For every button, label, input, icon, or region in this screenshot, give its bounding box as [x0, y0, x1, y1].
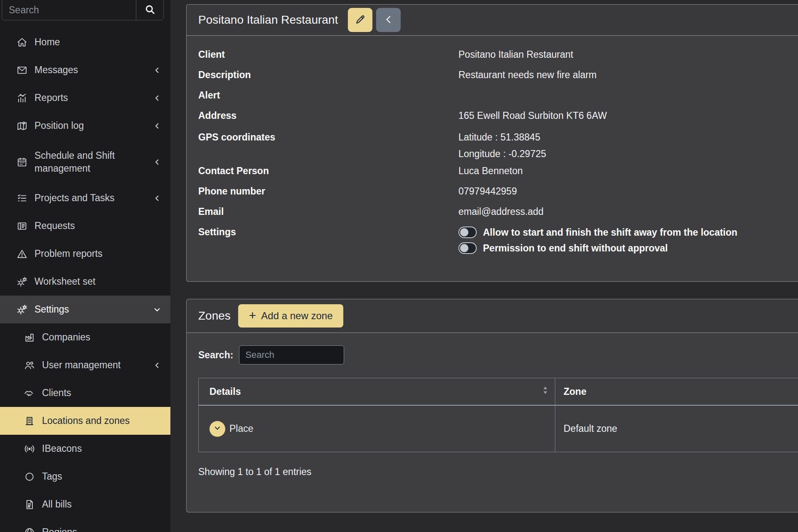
sidebar-item-schedule-shift-management[interactable]: Schedule and Shift management: [0, 140, 170, 184]
field-value: email@address.add: [458, 206, 798, 217]
field-row-phone: Phone number 07979442959: [198, 181, 798, 202]
zones-table-header: Details Zone: [199, 378, 798, 406]
checklist-icon: [16, 192, 28, 204]
building-icon: [23, 415, 36, 427]
sidebar-item-requests[interactable]: Requests: [0, 212, 170, 240]
sidebar: Home Messages Reports Position log: [0, 0, 170, 532]
toggle-end-shift-without-approval[interactable]: [458, 242, 477, 254]
sidebar-item-messages[interactable]: Messages: [0, 56, 170, 84]
main-content: Positano Italian Restaurant Client Posit…: [170, 0, 798, 532]
expand-row-button[interactable]: [209, 421, 225, 437]
sidebar-item-label: Home: [34, 36, 161, 48]
bill-icon: [23, 498, 36, 511]
warning-icon: [16, 248, 28, 260]
back-button[interactable]: [376, 8, 401, 32]
field-row-address: Address 165 Ewell Road Surbiton KT6 6AW: [198, 106, 798, 126]
field-row-contact-person: Contact Person Luca Benneton: [198, 164, 798, 181]
chevron-left-icon: [153, 66, 161, 74]
sidebar-item-clients[interactable]: Clients: [0, 379, 170, 407]
column-header-label: Details: [209, 386, 241, 397]
field-label: Settings: [198, 227, 458, 258]
field-value: [458, 90, 798, 101]
field-row-gps: GPS coordinates Latitude : 51.38845 Long…: [198, 126, 798, 164]
newspaper-icon: [16, 220, 28, 232]
sidebar-item-settings[interactable]: Settings: [0, 296, 170, 323]
toggle-label: Allow to start and finish the shift away…: [483, 227, 737, 238]
sidebar-search: [2, 0, 164, 20]
field-value: Restaurant needs new fire alarm: [458, 69, 798, 81]
sidebar-item-user-management[interactable]: User management: [0, 351, 170, 379]
sidebar-item-label: Tags: [42, 470, 161, 483]
column-header-label: Zone: [564, 386, 586, 397]
sidebar-item-label: Companies: [42, 331, 161, 343]
chevron-down-icon: [153, 306, 161, 313]
zones-search-input[interactable]: [239, 345, 344, 365]
sidebar-item-tags[interactable]: Tags: [0, 463, 170, 490]
table-row: Place Default zone: [199, 406, 798, 452]
toggle-label: Permission to end shift without approval: [483, 243, 668, 254]
field-row-description: Description Restaurant needs new fire al…: [198, 65, 798, 85]
sidebar-item-home[interactable]: Home: [0, 28, 170, 56]
sidebar-item-label: Problem reports: [34, 247, 161, 260]
sidebar-item-label: Messages: [34, 64, 147, 76]
location-detail-header: Positano Italian Restaurant: [187, 5, 798, 36]
details-cell: Place: [199, 406, 555, 452]
field-row-email: Email email@address.add: [198, 202, 798, 222]
sidebar-item-companies[interactable]: Companies: [0, 323, 170, 351]
sidebar-item-label: Regions: [42, 526, 161, 532]
sidebar-item-label: Reports: [34, 91, 147, 104]
circle-icon: [23, 470, 36, 483]
sidebar-search-input[interactable]: [2, 0, 136, 20]
sidebar-item-reports[interactable]: Reports: [0, 84, 170, 112]
sidebar-item-worksheet-set[interactable]: Worksheet set: [0, 268, 170, 296]
chevron-left-icon: [153, 94, 161, 102]
chart-icon: [16, 92, 28, 104]
edit-button[interactable]: [348, 8, 372, 32]
field-row-settings: Settings Allow to start and finish the s…: [198, 222, 798, 263]
add-zone-button[interactable]: + Add a new zone: [238, 304, 344, 328]
zones-table: Details Zone: [198, 378, 798, 452]
chevron-left-icon: [153, 158, 161, 166]
sidebar-item-label: Settings: [34, 303, 147, 315]
sidebar-search-button[interactable]: [136, 0, 163, 20]
gears-icon: [16, 276, 28, 288]
pencil-icon: [354, 13, 367, 27]
plus-icon: +: [249, 309, 256, 322]
sidebar-item-all-bills[interactable]: All bills: [0, 490, 170, 518]
add-zone-button-label: Add a new zone: [261, 310, 332, 322]
sort-icon: [542, 386, 549, 397]
settings-toggles: Allow to start and finish the shift away…: [458, 227, 798, 258]
chevron-left-icon: [383, 14, 394, 26]
table-entries-info: Showing 1 to 1 of 1 entries: [198, 466, 798, 478]
sidebar-item-locations-and-zones[interactable]: Locations and zones: [0, 407, 170, 435]
sidebar-item-label: Position log: [34, 119, 147, 132]
gps-latitude: Latitude : 51.38845: [458, 129, 798, 145]
toggle-row-away-from-location: Allow to start and finish the shift away…: [458, 227, 798, 238]
zones-search-row: Search:: [198, 345, 798, 365]
field-value: Positano Italian Restaurant: [458, 49, 798, 60]
toggle-knob: [460, 228, 468, 236]
field-label: Contact Person: [198, 165, 458, 177]
map-icon: [16, 120, 28, 132]
zones-title: Zones: [198, 309, 231, 323]
search-icon: [144, 4, 156, 17]
sidebar-item-label: Locations and zones: [42, 414, 161, 427]
field-label: Address: [198, 110, 458, 121]
chevron-left-icon: [153, 362, 161, 369]
zone-cell: Default zone: [555, 406, 798, 452]
field-label: Email: [198, 206, 458, 217]
sidebar-item-position-log[interactable]: Position log: [0, 112, 170, 140]
zone-cell-label: Default zone: [564, 423, 617, 434]
zones-header: Zones + Add a new zone: [187, 299, 798, 333]
sidebar-item-label: User management: [42, 359, 147, 371]
sidebar-item-ibeacons[interactable]: IBeacons: [0, 435, 170, 463]
chevron-left-icon: [153, 195, 161, 202]
sidebar-item-regions[interactable]: Regions: [0, 518, 170, 532]
toggle-start-finish-away[interactable]: [458, 227, 477, 238]
sidebar-item-projects-tasks[interactable]: Projects and Tasks: [0, 184, 170, 212]
column-header-zone: Zone: [555, 378, 798, 405]
column-header-details[interactable]: Details: [199, 378, 555, 405]
sidebar-nav: Home Messages Reports Position log: [0, 23, 170, 532]
toggle-row-end-without-approval: Permission to end shift without approval: [458, 242, 798, 254]
sidebar-item-problem-reports[interactable]: Problem reports: [0, 240, 170, 268]
